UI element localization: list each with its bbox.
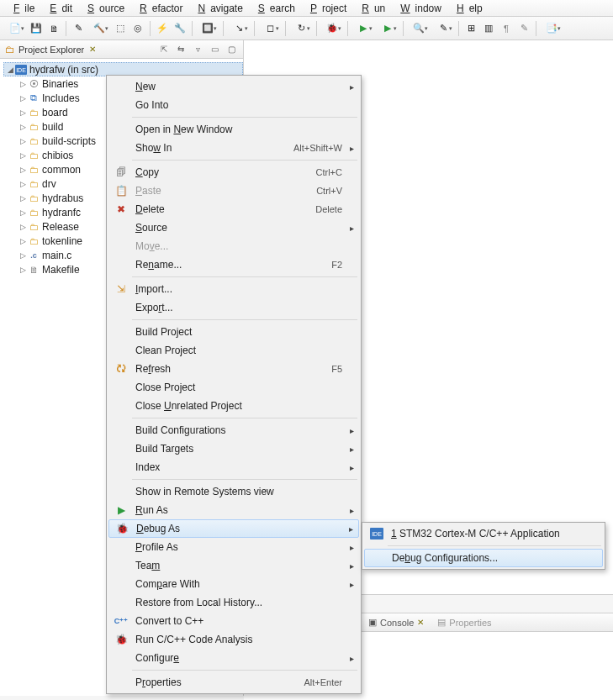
expand-icon[interactable]: ▷ [18, 123, 27, 131]
ctx-debug-as[interactable]: 🐞Debug As [108, 519, 359, 538]
ctx-profile-as[interactable]: Profile As [108, 538, 359, 556]
tree-label: Includes [40, 92, 80, 104]
restart-button[interactable]: ↻ [289, 20, 313, 37]
main-toolbar: 📄 💾 🗎 ✎ 🔨 ⬚ ◎ ⚡ 🔧 🔲 ↘ ◻ ↻ 🐞 ▶ ▶ 🔍 ✎ ⊞ ▥ … [0, 17, 613, 40]
ctx-close-project[interactable]: Close Project [108, 378, 359, 397]
ctx-build-project[interactable]: Build Project [108, 323, 359, 341]
target-button[interactable]: ◎ [129, 20, 146, 37]
separator [132, 276, 357, 277]
expand-icon[interactable]: ▷ [18, 266, 27, 274]
ctx-show-in[interactable]: Show InAlt+Shift+W [108, 139, 359, 157]
ctx-close-unrelated-project[interactable]: Close Unrelated Project [108, 397, 359, 415]
highlight-button[interactable]: ✎ [431, 20, 455, 37]
close-icon[interactable]: ✕ [89, 45, 96, 54]
ctx-properties[interactable]: PropertiesAlt+Enter [108, 673, 359, 692]
debug-sub-debug-configurations[interactable]: Debug Configurations... [364, 549, 603, 567]
ctx-configure[interactable]: Configure [108, 649, 359, 667]
menu-project[interactable]: Project [300, 2, 351, 15]
chip-button[interactable]: 🔲 [196, 20, 219, 37]
expand-icon[interactable]: ▷ [18, 237, 27, 245]
ctx-index[interactable]: Index [108, 458, 359, 476]
menu-window[interactable]: Window [390, 2, 447, 15]
ctx-rename[interactable]: Rename...F2 [108, 255, 359, 274]
ctx-convert-to-c[interactable]: C⁺⁺Convert to C++ [108, 612, 359, 630]
expand-icon[interactable]: ▷ [18, 166, 27, 174]
tab-console[interactable]: ▣ Console ✕ [362, 613, 431, 631]
project-button[interactable]: ⬚ [112, 20, 129, 37]
collapse-all-icon[interactable]: ⇱ [157, 43, 171, 56]
para-button[interactable]: ¶ [498, 20, 515, 37]
menu-file[interactable]: File [3, 2, 40, 15]
menu-refactor[interactable]: Refactor [129, 2, 188, 15]
close-icon[interactable]: ✕ [417, 618, 424, 627]
run-button[interactable]: ▶ [351, 20, 375, 37]
source-folder-icon: 🗀 [27, 135, 40, 147]
link-editor-icon[interactable]: ⇆ [174, 43, 188, 56]
word-button[interactable]: ✎ [515, 20, 532, 37]
expand-icon[interactable]: ▷ [18, 251, 27, 260]
ctx-restore-from-local-history[interactable]: Restore from Local History... [108, 593, 359, 612]
edit-button[interactable]: ✎ [70, 20, 87, 37]
import-icon: ⇲ [112, 283, 130, 295]
ctx-new[interactable]: New [108, 77, 359, 96]
expand-icon[interactable]: ▷ [18, 137, 27, 145]
ctx-build-configurations[interactable]: Build Configurations [108, 421, 359, 439]
menu-run[interactable]: Run [351, 2, 390, 15]
ctx-compare-with[interactable]: Compare With [108, 575, 359, 593]
expand-icon[interactable]: ▷ [18, 180, 27, 188]
ctx-build-targets[interactable]: Build Targets [108, 439, 359, 458]
debug-button[interactable]: 🐞 [320, 20, 344, 37]
tree-label: Binaries [40, 78, 78, 90]
menu-item-label: Open in New Window [130, 124, 354, 135]
new-button[interactable]: 📄 [3, 20, 27, 37]
debug-sub-1-stm32-cortex-m-c-c-application[interactable]: IDE1 STM32 Cortex-M C/C++ Application [364, 524, 603, 543]
toggle-button[interactable]: ⊞ [462, 20, 479, 37]
ctx-run-c-c-code-analysis[interactable]: 🐞Run C/C++ Code Analysis [108, 630, 359, 649]
ctx-run-as[interactable]: ▶Run As [108, 501, 359, 519]
step-button[interactable]: ↘ [227, 20, 251, 37]
maximize-icon[interactable]: ▢ [225, 43, 238, 56]
expand-icon[interactable]: ▷ [18, 108, 27, 117]
menu-edit[interactable]: Edit [40, 2, 77, 15]
menu-help[interactable]: Help [447, 2, 488, 15]
expand-icon[interactable]: ▷ [18, 151, 27, 160]
ctx-show-in-remote-systems-view[interactable]: Show in Remote Systems view [108, 482, 359, 501]
menubar: FileEditSourceRefactorNavigateSearchProj… [0, 0, 613, 17]
stop-button[interactable]: ◻ [258, 20, 282, 37]
minimize-icon[interactable]: ▭ [208, 43, 221, 56]
ctx-refresh[interactable]: 🗘RefreshF5 [108, 360, 359, 378]
ctx-copy[interactable]: 🗐CopyCtrl+C [108, 163, 359, 182]
ctx-go-into[interactable]: Go Into [108, 96, 359, 114]
menu-navigate[interactable]: Navigate [188, 2, 247, 15]
ctx-open-in-new-window[interactable]: Open in New Window [108, 120, 359, 139]
expand-icon[interactable]: ▷ [18, 223, 27, 231]
tool-button[interactable]: 🔧 [172, 20, 188, 37]
run-last-button[interactable]: ▶ [376, 20, 399, 37]
expand-icon[interactable]: ◢ [6, 66, 14, 74]
build-button[interactable]: 🔨 [87, 20, 111, 37]
expand-icon[interactable]: ▷ [18, 94, 27, 103]
menu-source[interactable]: Source [77, 2, 129, 15]
ctx-team[interactable]: Team [108, 556, 359, 575]
toggle2-button[interactable]: ▥ [480, 20, 497, 37]
svg-text:IDE: IDE [16, 67, 26, 73]
nav-button[interactable]: 📑 [540, 20, 563, 37]
save-button[interactable]: 💾 [28, 20, 45, 37]
view-menu-icon[interactable]: ▿ [191, 43, 204, 56]
ctx-clean-project[interactable]: Clean Project [108, 341, 359, 360]
ctx-export[interactable]: Export... [108, 298, 359, 317]
expand-icon[interactable]: ▷ [18, 80, 27, 88]
console-icon: ▣ [368, 617, 377, 628]
expand-icon[interactable]: ▷ [18, 208, 27, 217]
search-button[interactable]: 🔍 [407, 20, 431, 37]
expand-icon[interactable]: ▷ [18, 194, 27, 203]
menu-search[interactable]: Search [248, 2, 300, 15]
ctx-source[interactable]: Source [108, 218, 359, 237]
tab-properties[interactable]: ▤ Properties [431, 613, 498, 631]
flash-button[interactable]: ⚡ [154, 20, 171, 37]
ctx-import[interactable]: ⇲Import... [108, 280, 359, 298]
save-all-button[interactable]: 🗎 [45, 20, 62, 37]
debug-as-submenu[interactable]: IDE1 STM32 Cortex-M C/C++ ApplicationDeb… [362, 522, 605, 570]
ctx-delete[interactable]: ✖DeleteDelete [108, 200, 359, 218]
context-menu[interactable]: NewGo IntoOpen in New WindowShow InAlt+S… [106, 75, 362, 694]
